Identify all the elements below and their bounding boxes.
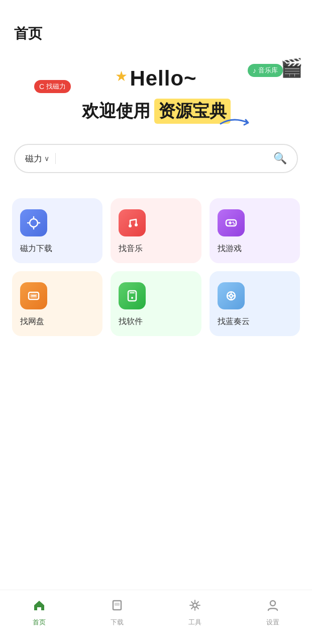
lanyun-icon — [218, 282, 245, 309]
lanyun-label: 找蓝奏云 — [218, 316, 250, 327]
nav-home-icon — [32, 598, 46, 616]
software-label: 找软件 — [119, 316, 143, 327]
svg-point-2 — [135, 223, 138, 226]
nav-settings-label: 设置 — [266, 618, 279, 627]
grid-item-music[interactable]: 找音乐 — [111, 198, 201, 263]
cili-icon — [20, 209, 47, 236]
badge-cili: C 找磁力 — [34, 80, 71, 93]
svg-point-9 — [131, 297, 133, 299]
nav-item-home[interactable]: 首页 — [0, 595, 78, 630]
nav-item-settings[interactable]: 设置 — [234, 595, 312, 630]
cili-label: 磁力下载 — [20, 244, 52, 254]
search-type-label: 磁力 — [25, 153, 42, 165]
svg-point-1 — [129, 224, 132, 227]
svg-point-14 — [193, 603, 197, 607]
grid-item-software[interactable]: 找软件 — [111, 271, 201, 336]
hello-text: Hello~ — [130, 66, 196, 91]
music-label: 找音乐 — [119, 244, 143, 254]
game-icon — [218, 209, 245, 236]
game-label: 找游戏 — [218, 244, 242, 254]
dropdown-arrow-icon: ∨ — [44, 154, 49, 163]
search-bar[interactable]: 磁力 ∨ 🔍 — [14, 144, 298, 173]
nav-item-tools[interactable]: 工具 — [156, 595, 234, 630]
film-icon: 🎬 — [280, 57, 303, 78]
app-grid: 磁力下载找音乐找游戏找网盘找软件找蓝奏云 — [12, 198, 300, 336]
hello-row: C 找磁力 ★ Hello~ 🎬 ♪ 音乐库 — [14, 66, 298, 91]
music-icon — [119, 209, 146, 236]
grid-item-cili[interactable]: 磁力下载 — [12, 198, 102, 263]
grid-section: 磁力下载找音乐找游戏找网盘找软件找蓝奏云 — [0, 178, 312, 590]
grid-item-game[interactable]: 找游戏 — [210, 198, 300, 263]
welcome-row: 欢迎使用 资源宝典 — [82, 99, 231, 124]
search-type-selector[interactable]: 磁力 ∨ — [25, 153, 49, 165]
search-divider — [55, 153, 56, 164]
svg-point-5 — [233, 223, 235, 225]
nav-tools-label: 工具 — [188, 618, 201, 627]
svg-point-15 — [270, 601, 275, 606]
star-icon: ★ — [115, 68, 128, 85]
bottom-nav: 首页下载工具设置 — [0, 590, 312, 644]
software-icon — [119, 282, 146, 309]
grid-item-netdisk[interactable]: 找网盘 — [12, 271, 102, 336]
hero-section: C 找磁力 ★ Hello~ 🎬 ♪ 音乐库 欢迎使用 资源宝典 — [0, 51, 312, 134]
blue-arrow-icon — [218, 114, 258, 129]
nav-download-icon — [110, 598, 124, 616]
nav-item-download[interactable]: 下载 — [78, 595, 156, 630]
badge-music: ♪ 音乐库 — [248, 64, 283, 77]
nav-home-label: 首页 — [33, 618, 46, 627]
search-section: 磁力 ∨ 🔍 — [0, 134, 312, 178]
nav-tools-icon — [188, 598, 202, 616]
svg-point-4 — [232, 222, 234, 223]
grid-item-lanyun[interactable]: 找蓝奏云 — [210, 271, 300, 336]
svg-rect-13 — [115, 603, 120, 606]
search-icon[interactable]: 🔍 — [273, 152, 287, 165]
welcome-text: 欢迎使用 — [82, 100, 150, 123]
netdisk-label: 找网盘 — [20, 316, 44, 327]
header: 首页 — [0, 0, 312, 51]
nav-download-label: 下载 — [111, 618, 124, 627]
nav-settings-icon — [266, 598, 280, 616]
svg-point-0 — [30, 219, 38, 227]
netdisk-icon — [20, 282, 47, 309]
page-title: 首页 — [14, 26, 42, 41]
